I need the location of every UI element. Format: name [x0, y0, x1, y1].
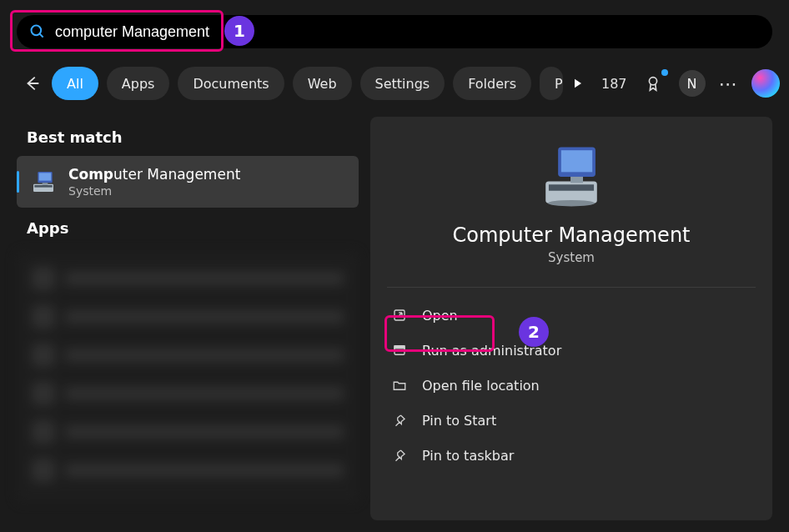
svg-line-1: [40, 34, 43, 38]
svg-rect-12: [561, 150, 592, 172]
filter-label: Ph: [555, 76, 563, 92]
open-icon: [390, 306, 409, 324]
detail-subtitle: System: [370, 250, 772, 265]
filter-label: Web: [308, 76, 337, 92]
action-list: Open Run as administrator Open file loca…: [370, 294, 772, 476]
svg-rect-4: [34, 185, 52, 188]
computer-management-icon: [30, 168, 57, 195]
scroll-right-button[interactable]: [571, 67, 585, 100]
filter-tab-photos[interactable]: Ph: [540, 67, 563, 100]
apps-list-blurred: [17, 252, 359, 502]
results-count: 187: [601, 76, 627, 92]
action-label: Open file location: [422, 378, 540, 394]
filter-tab-folders[interactable]: Folders: [453, 67, 531, 100]
filter-row: All Apps Documents Web Settings Folders …: [23, 67, 772, 100]
action-open-location[interactable]: Open file location: [384, 368, 759, 403]
svg-rect-9: [549, 184, 594, 190]
detail-app-icon: [535, 140, 607, 212]
svg-rect-6: [39, 173, 52, 180]
svg-rect-7: [43, 183, 48, 185]
action-run-admin[interactable]: Run as administrator: [384, 333, 759, 368]
action-open[interactable]: Open: [384, 298, 759, 333]
filter-label: Documents: [193, 76, 269, 92]
action-pin-taskbar[interactable]: Pin to taskbar: [384, 438, 759, 473]
shield-icon: [390, 341, 409, 359]
detail-panel: Computer Management System Open Run as a…: [370, 117, 772, 520]
filter-label: Settings: [375, 76, 430, 92]
section-best-match-title: Best match: [27, 128, 349, 146]
pin-icon: [390, 411, 409, 429]
search-bar[interactable]: [17, 15, 772, 48]
action-label: Pin to taskbar: [422, 448, 514, 464]
filter-label: Folders: [468, 76, 516, 92]
best-match-title: Computer Management: [68, 166, 240, 183]
svg-point-2: [649, 78, 656, 85]
avatar-letter: N: [687, 76, 697, 92]
back-button[interactable]: [23, 67, 42, 100]
filter-label: All: [67, 76, 83, 92]
results-left-column: Best match Computer Management System Ap…: [17, 117, 359, 502]
folder-icon: [390, 376, 409, 394]
rewards-icon[interactable]: [641, 71, 666, 96]
divider: [387, 287, 756, 288]
action-label: Run as administrator: [422, 343, 561, 359]
user-avatar[interactable]: N: [679, 70, 706, 97]
filter-tab-web[interactable]: Web: [293, 67, 352, 100]
section-apps-title: Apps: [27, 219, 349, 237]
svg-rect-16: [394, 346, 405, 349]
action-label: Open: [422, 308, 458, 324]
action-label: Pin to Start: [422, 413, 496, 429]
filter-tab-settings[interactable]: Settings: [360, 67, 445, 100]
pin-icon: [390, 446, 409, 464]
best-match-subtitle: System: [68, 184, 240, 198]
filter-tab-all[interactable]: All: [52, 67, 98, 100]
search-icon: [28, 23, 47, 41]
filter-label: Apps: [122, 76, 155, 92]
more-button[interactable]: ⋯: [719, 73, 738, 94]
filter-tab-documents[interactable]: Documents: [178, 67, 284, 100]
filter-tab-apps[interactable]: Apps: [107, 67, 170, 100]
svg-point-0: [32, 26, 42, 36]
svg-rect-13: [570, 177, 583, 183]
action-pin-start[interactable]: Pin to Start: [384, 403, 759, 438]
best-match-result[interactable]: Computer Management System: [17, 156, 359, 208]
detail-title: Computer Management: [370, 223, 772, 247]
search-input[interactable]: [55, 23, 761, 41]
svg-point-10: [548, 200, 595, 206]
copilot-icon[interactable]: [751, 69, 780, 98]
